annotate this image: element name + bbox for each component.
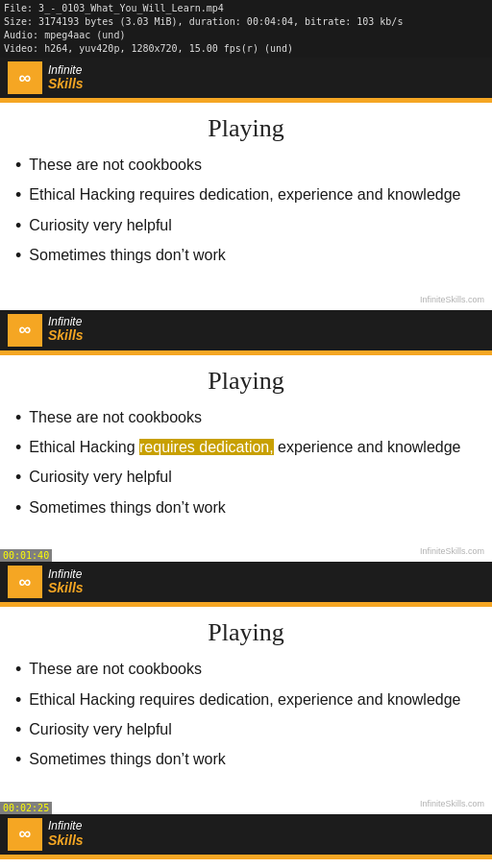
file-info-line3: Audio: mpeg4aac (und) — [4, 29, 488, 42]
bullet-icon: • — [15, 659, 21, 681]
file-info-line4: Video: h264, yuv420p, 1280x720, 15.00 fp… — [4, 42, 488, 56]
timestamp-label-3: 00:02:25 — [0, 802, 52, 814]
bullet-icon: • — [15, 437, 21, 459]
file-info-bar: File: 3_-_0103_What_You_Will_Learn.mp4 S… — [0, 0, 492, 58]
bullet-icon: • — [15, 719, 21, 741]
logo-box-3: ∞ — [8, 566, 42, 598]
bullet-text: Curiosity very helpful — [29, 719, 172, 740]
slide-2: ∞ Infinite Skills Playing •These are not… — [0, 310, 492, 563]
slide-1-header: ∞ Infinite Skills — [0, 58, 492, 98]
list-item: •Sometimes things don’t work — [15, 497, 477, 519]
slide-4-content: Playing •These are not cookbooks •Ethica… — [0, 859, 492, 868]
bullet-text: Sometimes things don’t work — [29, 245, 226, 266]
list-item: •Sometimes things don’t work — [15, 245, 477, 267]
slide-3-title: Playing — [15, 618, 477, 647]
slide-1-watermark: InfiniteSkills.com — [0, 291, 492, 310]
logo-icon-2: ∞ — [19, 320, 32, 340]
logo-text-3: Infinite Skills — [48, 568, 84, 596]
list-item: •Ethical Hacking requires dedication, ex… — [15, 689, 477, 711]
slide-2-watermark: InfiniteSkills.com — [0, 542, 492, 562]
bullet-icon: • — [15, 749, 21, 771]
bullet-icon: • — [15, 689, 21, 711]
bullet-text: Curiosity very helpful — [29, 467, 172, 488]
logo-top-4: Infinite — [48, 820, 84, 832]
bullet-icon: • — [15, 155, 21, 177]
logo-icon-4: ∞ — [19, 824, 32, 844]
list-item: •Ethical Hacking requires dedication, ex… — [15, 184, 477, 206]
bullet-text: These are not cookbooks — [29, 407, 202, 428]
timestamp-label-2: 00:01:40 — [0, 549, 52, 562]
list-item: •Curiosity very helpful — [15, 215, 477, 237]
logo-box-4: ∞ — [8, 818, 42, 851]
logo-top-1: Infinite — [48, 64, 84, 77]
list-item: •These are not cookbooks — [15, 407, 477, 429]
bullet-text: Ethical Hacking requires dedication, exp… — [29, 689, 460, 711]
list-item: •Curiosity very helpful — [15, 719, 477, 741]
logo-bottom-1: Skills — [48, 77, 84, 91]
slide-1-content: Playing •These are not cookbooks •Ethica… — [0, 103, 492, 291]
logo-box-1: ∞ — [8, 61, 42, 94]
file-info-line1: File: 3_-_0103_What_You_Will_Learn.mp4 — [4, 2, 488, 15]
slide-3-header: ∞ Infinite Skills — [0, 562, 492, 602]
slide-3-content: Playing •These are not cookbooks •Ethica… — [0, 607, 492, 795]
slide-3-watermark: InfiniteSkills.com — [0, 795, 492, 814]
bullet-icon: • — [15, 245, 21, 267]
slide-2-bullets: •These are not cookbooks •Ethical Hackin… — [15, 407, 477, 520]
slide-1-wrapper: ∞ Infinite Skills Playing •These are not… — [0, 58, 492, 310]
list-item: •Curiosity very helpful — [15, 467, 477, 489]
bullet-text: Ethical Hacking requires dedication, exp… — [29, 184, 460, 205]
bullet-text: Ethical Hacking requires dedication, exp… — [29, 437, 460, 458]
slide-3-wrapper: ∞ Infinite Skills Playing •These are not… — [0, 562, 492, 814]
bullet-icon: • — [15, 184, 21, 206]
bullet-text: Sometimes things don’t work — [29, 749, 226, 770]
slide-4: ∞ Infinite Skills Playing •These are not… — [0, 814, 492, 868]
bullet-icon: • — [15, 215, 21, 237]
slide-2-wrapper: ∞ Infinite Skills Playing •These are not… — [0, 310, 492, 563]
bullet-icon: • — [15, 497, 21, 519]
slide-3-bullets: •These are not cookbooks •Ethical Hackin… — [15, 659, 477, 772]
bullet-text: Sometimes things don’t work — [29, 497, 226, 518]
list-item: •Sometimes things don’t work — [15, 749, 477, 771]
bullet-text: Curiosity very helpful — [29, 215, 172, 236]
list-item: •These are not cookbooks — [15, 659, 477, 681]
slide-1-bullets: •These are not cookbooks •Ethical Hackin… — [15, 155, 477, 268]
bullet-text: These are not cookbooks — [29, 155, 202, 176]
list-item: •These are not cookbooks — [15, 155, 477, 177]
file-info-line2: Size: 3174193 bytes (3.03 MiB), duration… — [4, 15, 488, 29]
highlight-text: requires dedication, — [139, 439, 274, 455]
logo-box-2: ∞ — [8, 314, 42, 347]
slide-2-header: ∞ Infinite Skills — [0, 310, 492, 350]
slide-2-title: Playing — [15, 367, 477, 396]
slide-1-title: Playing — [15, 114, 477, 143]
logo-text-2: Infinite Skills — [48, 316, 84, 344]
logo-bottom-2: Skills — [48, 328, 84, 343]
bullet-icon: • — [15, 407, 21, 429]
slide-1: ∞ Infinite Skills Playing •These are not… — [0, 58, 492, 310]
logo-icon-3: ∞ — [19, 572, 32, 592]
bullet-text: These are not cookbooks — [29, 659, 202, 680]
logo-bottom-3: Skills — [48, 581, 84, 595]
logo-text-1: Infinite Skills — [48, 64, 84, 92]
list-item: •Ethical Hacking requires dedication, ex… — [15, 437, 477, 459]
slide-2-content: Playing •These are not cookbooks •Ethica… — [0, 355, 492, 543]
logo-text-4: Infinite Skills — [48, 820, 84, 848]
logo-icon-1: ∞ — [19, 68, 32, 88]
bullet-icon: • — [15, 467, 21, 489]
slide-3: ∞ Infinite Skills Playing •These are not… — [0, 562, 492, 814]
slide-4-wrapper: ∞ Infinite Skills Playing •These are not… — [0, 814, 492, 868]
slide-4-header: ∞ Infinite Skills — [0, 814, 492, 855]
logo-bottom-4: Skills — [48, 833, 84, 848]
